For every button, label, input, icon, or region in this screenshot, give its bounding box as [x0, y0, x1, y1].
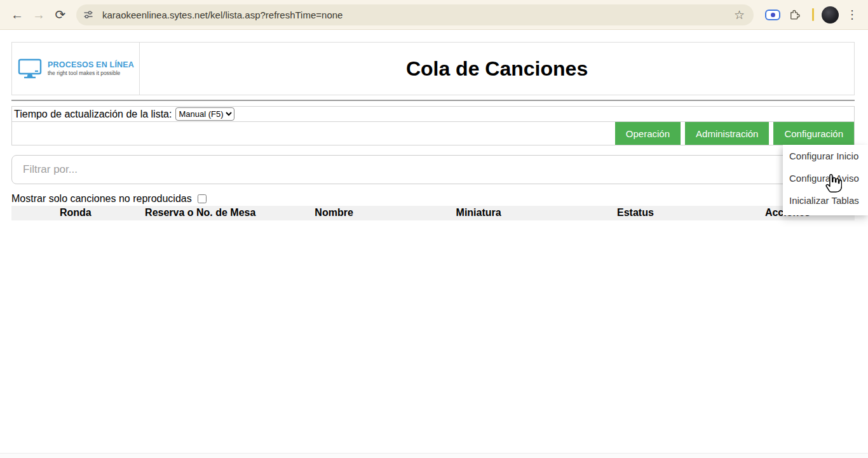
logo: PROCESOS EN LÍNEA the right tool makes i…	[17, 57, 134, 80]
column-nombre: Nombre	[261, 206, 407, 220]
monitor-logo-icon	[17, 57, 44, 80]
back-icon[interactable]: ←	[6, 4, 28, 25]
show-unplayed-row: Mostrar solo canciones no reproducidas	[11, 193, 855, 204]
browser-toolbar: ← → ⟳ karaokeenlinea.sytes.net/kel/lista…	[0, 0, 868, 30]
header-divider	[11, 100, 855, 101]
refresh-label: Tiempo de actualización de la lista:	[14, 109, 172, 120]
page-header: PROCESOS EN LÍNEA the right tool makes i…	[11, 42, 855, 95]
forward-icon[interactable]: →	[28, 4, 50, 25]
title-cell: Cola de Canciones	[140, 43, 855, 95]
column-miniatura: Miniatura	[407, 206, 550, 220]
song-queue-table: Ronda Reserva o No. de Mesa Nombre Minia…	[11, 206, 855, 220]
refresh-icon[interactable]: ⟳	[50, 4, 71, 25]
browser-menu-icon[interactable]: ⋮	[843, 5, 862, 24]
toolbar-divider	[812, 8, 814, 21]
operacion-button[interactable]: Operación	[615, 122, 681, 145]
refresh-row: Tiempo de actualización de la lista: Man…	[12, 107, 854, 122]
filter-input[interactable]	[11, 155, 855, 184]
url-text[interactable]: karaokeenlinea.sytes.net/kel/lista.asp?r…	[102, 10, 731, 20]
logo-tagline: the right tool makes it possible	[48, 71, 134, 77]
administracion-button[interactable]: Administración	[685, 122, 769, 145]
menu-item-configurar-inicio[interactable]: Configurar Inicio	[783, 145, 868, 167]
column-estatus: Estatus	[550, 206, 721, 220]
column-reserva: Reserva o No. de Mesa	[140, 206, 261, 220]
site-info-icon[interactable]	[79, 6, 97, 24]
column-ronda: Ronda	[11, 206, 140, 220]
control-panel: Tiempo de actualización de la lista: Man…	[11, 106, 855, 145]
table-header-row: Ronda Reserva o No. de Mesa Nombre Minia…	[11, 206, 855, 220]
nav-buttons-row: Operación Administración Configuración	[12, 122, 854, 145]
extensions-icon[interactable]	[785, 5, 804, 24]
page-title: Cola de Canciones	[140, 57, 853, 81]
show-unplayed-checkbox[interactable]	[198, 194, 207, 203]
cursor-pointer-icon	[824, 173, 842, 196]
logo-cell: PROCESOS EN LÍNEA the right tool makes i…	[12, 43, 140, 95]
address-bar[interactable]: karaokeenlinea.sytes.net/kel/lista.asp?r…	[76, 4, 754, 25]
bookmark-star-icon[interactable]: ☆	[731, 8, 747, 22]
media-indicator-icon[interactable]	[765, 10, 780, 20]
refresh-time-select[interactable]: Manual (F5)	[175, 107, 234, 121]
profile-avatar[interactable]	[822, 6, 839, 24]
show-unplayed-label: Mostrar solo canciones no reproducidas	[11, 193, 192, 205]
media-indicator-dot	[771, 13, 775, 17]
page-content: PROCESOS EN LÍNEA the right tool makes i…	[0, 30, 868, 220]
logo-title: PROCESOS EN LÍNEA	[48, 60, 134, 69]
configuracion-button[interactable]: Configuración	[773, 122, 854, 145]
bottom-edge-strip	[0, 453, 868, 458]
